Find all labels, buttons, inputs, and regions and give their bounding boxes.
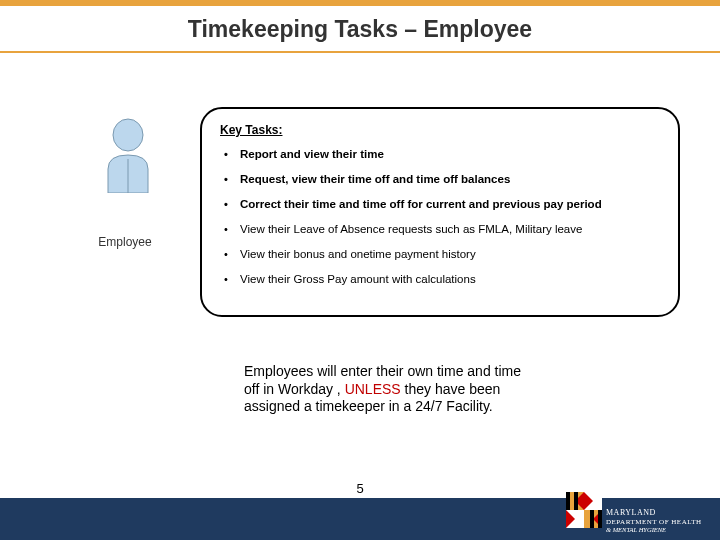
note-text: Employees will enter their own time and … [244, 363, 534, 416]
maryland-seal-icon [566, 492, 602, 532]
page-title: Timekeeping Tasks – Employee [0, 16, 720, 43]
svg-rect-8 [590, 510, 594, 528]
task-item: Report and view their time [220, 147, 660, 162]
key-tasks-box: Key Tasks: Report and view their time Re… [200, 107, 680, 317]
svg-rect-9 [598, 510, 602, 528]
dept-line2: DEPARTMENT OF HEALTH [606, 518, 712, 526]
dept-line1: MARYLAND [606, 508, 712, 518]
footer-bar: MARYLAND DEPARTMENT OF HEALTH & MENTAL H… [0, 498, 720, 540]
task-item: Correct their time and time off for curr… [220, 197, 660, 212]
svg-rect-6 [566, 492, 570, 510]
task-item: View their bonus and onetime payment his… [220, 247, 660, 262]
task-item: View their Gross Pay amount with calcula… [220, 272, 660, 287]
content-area: Employee Key Tasks: Report and view thei… [0, 53, 720, 473]
svg-point-0 [113, 119, 143, 151]
task-list: Report and view their time Request, view… [220, 147, 660, 287]
task-item: Request, view their time off and time of… [220, 172, 660, 187]
title-area: Timekeeping Tasks – Employee [0, 6, 720, 51]
svg-rect-7 [574, 492, 578, 510]
page-number: 5 [0, 481, 720, 496]
employee-label: Employee [80, 235, 170, 249]
employee-icon [104, 117, 152, 197]
dept-line3: & MENTAL HYGIENE [606, 526, 712, 534]
key-tasks-heading: Key Tasks: [220, 123, 660, 137]
task-item: View their Leave of Absence requests suc… [220, 222, 660, 237]
department-name: MARYLAND DEPARTMENT OF HEALTH & MENTAL H… [606, 508, 712, 534]
note-highlight: UNLESS [345, 381, 401, 397]
